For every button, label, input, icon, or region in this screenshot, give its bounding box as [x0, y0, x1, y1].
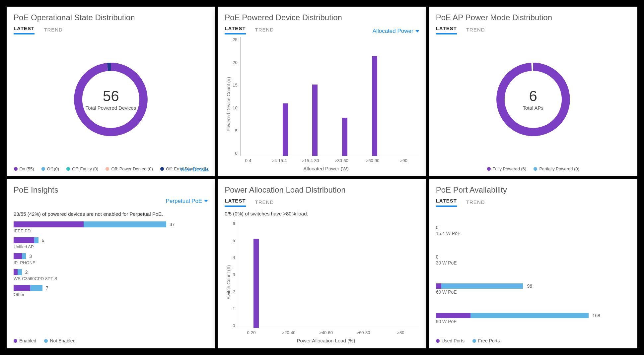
tab-trend[interactable]: TREND: [255, 199, 274, 207]
port-row: 16890 W PoE: [436, 313, 630, 324]
bar-slot: [300, 37, 330, 156]
bars: [238, 221, 419, 328]
panel-port-avail: PoE Port Availability LATEST TREND 015.4…: [429, 179, 637, 349]
x-axis-label: Allocated Power (W): [233, 166, 419, 171]
insight-row: 37IEEE PD: [14, 221, 208, 233]
x-axis-label: Power Allocation Load (%): [233, 338, 419, 343]
insights-bars: 37IEEE PD6Unified AP3IP_PHONE2WS-C3560CP…: [14, 221, 208, 301]
tab-latest[interactable]: LATEST: [436, 26, 457, 34]
tabs: LATEST TREND: [436, 198, 630, 207]
dot-icon: [436, 339, 440, 343]
dot-icon: [41, 167, 45, 171]
donut-chart-ap-power: 6 Total APs: [436, 34, 630, 164]
view-details-link[interactable]: View Details: [180, 167, 209, 173]
legend: Fully Powered (6) Partially Powered (0): [436, 166, 630, 171]
bars: [240, 37, 419, 156]
bar: [372, 56, 377, 155]
insight-row: 7Other: [14, 285, 208, 297]
bar: [283, 103, 288, 155]
port-row: 9660 W PoE: [436, 283, 630, 295]
legend: Enabled Not Enabled: [14, 338, 208, 343]
bar-slot: [383, 221, 419, 328]
insight-summary: 23/55 (42%) of powered devices are not e…: [14, 211, 208, 217]
panel-title: PoE Port Availability: [436, 185, 630, 195]
legend: On (55) Off (0) Off: Faulty (0) Off: Pow…: [14, 166, 208, 171]
load-summary: 0/5 (0%) of switches have >80% load.: [225, 211, 419, 216]
panel-insights: PoE Insights Perpetual PoE 23/55 (42%) o…: [7, 179, 215, 349]
panel-title: PoE AP Power Mode Distribution: [436, 13, 630, 22]
tabs: LATEST TREND: [436, 26, 630, 34]
donut-value: 6: [529, 88, 537, 104]
bar-slot: [274, 221, 311, 328]
bar-slot: [360, 37, 390, 156]
port-row: 030 W PoE: [436, 254, 630, 266]
tab-latest[interactable]: LATEST: [14, 26, 35, 34]
legend-item: Fully Powered (6): [487, 166, 527, 171]
dropdown-perpetual-poe[interactable]: Perpetual PoE: [166, 198, 208, 205]
bar: [312, 85, 318, 156]
tab-trend[interactable]: TREND: [466, 199, 485, 207]
legend-item: Enabled: [14, 338, 36, 343]
insight-row: 2WS-C3560CPD-8PT-S: [14, 269, 208, 281]
port-bars: 015.4 W PoE030 W PoE9660 W PoE16890 W Po…: [436, 207, 630, 338]
dot-icon: [66, 167, 70, 171]
dropdown-allocated-power[interactable]: Allocated Power: [373, 28, 419, 34]
panel-title: PoE Insights: [14, 185, 208, 195]
bar-chart-powered-device: Powered Device Count (#) 2520151050 0-4>…: [225, 37, 419, 171]
legend-item: Not Enabled: [44, 338, 75, 343]
panel-title: PoE Powered Device Distribution: [225, 13, 419, 22]
y-axis-ticks: 6543210: [233, 221, 238, 328]
tab-latest[interactable]: LATEST: [225, 198, 246, 207]
legend-item: Off: Power Denied (0): [106, 166, 153, 171]
port-row: 015.4 W PoE: [436, 225, 630, 236]
bar: [253, 239, 259, 328]
bar: [342, 118, 347, 155]
tabs: LATEST TREND: [225, 26, 274, 34]
tab-latest[interactable]: LATEST: [225, 26, 246, 34]
insight-row: 3IP_PHONE: [14, 253, 208, 265]
legend-item: Free Ports: [472, 338, 500, 343]
chevron-down-icon: [204, 200, 208, 202]
panel-op-state: PoE Operational State Distribution LATES…: [7, 7, 215, 176]
dot-icon: [160, 167, 164, 171]
tab-latest[interactable]: LATEST: [436, 198, 457, 207]
legend-item: On (55): [14, 166, 34, 171]
tab-trend[interactable]: TREND: [466, 27, 485, 34]
x-axis-ticks: 0-20>20-40>40-60>60-80>80: [233, 330, 419, 335]
bar-slot: [238, 221, 274, 328]
donut-value: 56: [103, 88, 119, 104]
y-axis-label: Powered Device Count (#): [225, 37, 233, 171]
donut-chart-op-state: 56 Total Powered Devices: [14, 34, 208, 164]
bar-slot: [241, 37, 270, 156]
donut-label: Total APs: [523, 105, 544, 111]
dashboard: PoE Operational State Distribution LATES…: [0, 0, 644, 355]
dot-icon: [14, 339, 17, 343]
tabs: LATEST TREND: [14, 26, 208, 34]
panel-title: PoE Operational State Distribution: [14, 13, 208, 22]
bar-slot: [390, 37, 419, 156]
y-axis-label: Switch Count (#): [225, 221, 233, 344]
panel-title: Power Allocation Load Distribution: [225, 185, 419, 195]
bar-slot: [270, 37, 300, 156]
donut-label: Total Powered Devices: [86, 105, 136, 111]
panel-load-dist: Power Allocation Load Distribution LATES…: [218, 179, 426, 349]
tab-trend[interactable]: TREND: [255, 27, 274, 34]
panel-powered-device: PoE Powered Device Distribution LATEST T…: [218, 7, 426, 176]
chevron-down-icon: [415, 30, 419, 32]
legend-item: Partially Powered (0): [534, 166, 579, 171]
dot-icon: [106, 167, 109, 171]
bar-slot: [311, 221, 347, 328]
legend: Used Ports Free Ports: [436, 338, 630, 343]
bar-slot: [347, 221, 383, 328]
bar-chart-load: Switch Count (#) 6543210 0-20>20-40>40-6…: [225, 221, 419, 344]
dot-icon: [44, 339, 48, 343]
legend-item: Off (0): [41, 166, 59, 171]
panel-ap-power: PoE AP Power Mode Distribution LATEST TR…: [429, 7, 637, 176]
insight-row: 6Unified AP: [14, 237, 208, 249]
dot-icon: [534, 167, 537, 171]
bar-slot: [330, 37, 360, 156]
tabs: LATEST TREND: [225, 198, 419, 207]
dot-icon: [472, 339, 476, 343]
dot-icon: [487, 167, 491, 171]
tab-trend[interactable]: TREND: [44, 27, 63, 34]
